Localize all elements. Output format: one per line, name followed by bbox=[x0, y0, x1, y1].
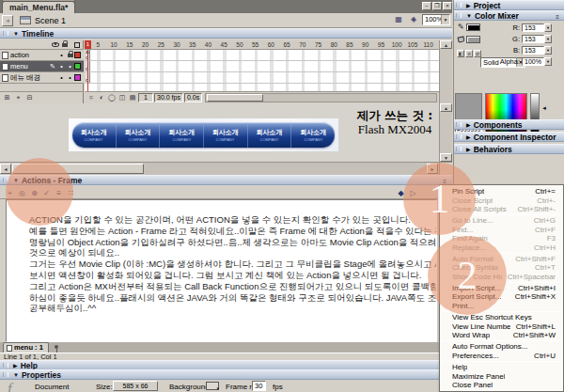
color-mixer-panel-header[interactable]: ▼ Color Mixer ≡ bbox=[454, 10, 564, 21]
timeline-panel-header[interactable]: ▼ Timeline bbox=[0, 28, 452, 39]
menu-item[interactable]: Help bbox=[440, 363, 563, 371]
stroke-color-control[interactable]: ✎ bbox=[458, 23, 480, 31]
debug-options-button[interactable]: ▷ bbox=[408, 188, 418, 198]
spinner-icon[interactable]: ▼ bbox=[544, 35, 552, 43]
check-syntax-button[interactable]: ✓ bbox=[41, 188, 52, 198]
layer-lock-cell[interactable] bbox=[66, 51, 74, 60]
menu-item[interactable]: View Line NumbersCtrl+Shift+L bbox=[440, 321, 563, 330]
onion-skin-button[interactable]: ◐ bbox=[97, 93, 106, 102]
nav-button[interactable]: 회사소개COMPANY bbox=[204, 122, 248, 148]
document-tab[interactable]: main_Menu.fla* bbox=[2, 1, 75, 13]
slider-marker-icon[interactable]: ◄ bbox=[541, 105, 547, 111]
scrollbar-thumb[interactable] bbox=[12, 164, 144, 174]
zoom-combobox[interactable]: 100% ▼ bbox=[422, 14, 450, 25]
nav-button[interactable]: 회사소개COMPANY bbox=[160, 122, 204, 148]
scroll-right-icon[interactable]: ► bbox=[427, 164, 438, 174]
timeline-layer-row[interactable]: menu✎•• bbox=[0, 61, 84, 72]
insert-layer-folder-button[interactable]: ⊟ bbox=[24, 93, 35, 102]
alpha-input[interactable]: 100% bbox=[522, 57, 544, 66]
layer-lock-cell[interactable]: • bbox=[66, 73, 74, 83]
show-hide-layers-icon[interactable] bbox=[52, 42, 59, 47]
framerate-input[interactable]: 30 bbox=[252, 381, 266, 391]
stage-canvas[interactable]: 회사소개COMPANY회사소개COMPANY회사소개COMPANY회사소개COM… bbox=[0, 103, 439, 162]
swap-colors-icon[interactable]: ⇄ bbox=[474, 50, 481, 57]
red-input[interactable]: 153 bbox=[522, 24, 544, 32]
menu-item[interactable]: Auto Format Options... bbox=[440, 342, 563, 351]
timeline-vertical-scrollbar[interactable]: ▲ bbox=[439, 40, 452, 103]
layer-visibility-dot[interactable]: • bbox=[57, 62, 66, 71]
stroke-color-swatch[interactable] bbox=[466, 24, 480, 31]
timeline-layer-row[interactable]: 메뉴 배경•• bbox=[0, 72, 84, 84]
green-input[interactable]: 153 bbox=[522, 35, 544, 43]
timeline-frames-row[interactable] bbox=[85, 72, 439, 84]
layer-outline-color[interactable] bbox=[74, 52, 81, 58]
add-motion-guide-button[interactable]: ⌖ bbox=[13, 93, 24, 102]
actions-panel-header[interactable]: ▼ Actions - Frame ≡ bbox=[0, 175, 452, 185]
navbar-object[interactable]: 회사소개COMPANY회사소개COMPANY회사소개COMPANY회사소개COM… bbox=[72, 122, 335, 148]
close-button[interactable]: × bbox=[443, 2, 452, 10]
add-script-item-button[interactable]: + bbox=[5, 188, 15, 198]
pin-script-icon[interactable] bbox=[51, 343, 62, 353]
blue-input[interactable]: 153 bbox=[522, 46, 544, 55]
panel-options-menu-icon[interactable]: ≡ bbox=[553, 13, 562, 21]
fill-color-control[interactable] bbox=[458, 36, 480, 43]
lock-layers-icon[interactable] bbox=[62, 43, 68, 47]
background-color-swatch[interactable] bbox=[206, 382, 219, 390]
layer-lock-cell[interactable]: • bbox=[66, 62, 74, 71]
stage-horizontal-scrollbar[interactable]: ◄ ► bbox=[0, 162, 439, 175]
document-size-button[interactable]: 585 x 66 pixels bbox=[113, 381, 158, 391]
nav-button[interactable]: 회사소개COMPANY bbox=[72, 122, 117, 148]
layer-visibility-dot[interactable]: • bbox=[57, 73, 66, 83]
back-button[interactable]: ◂ bbox=[2, 15, 13, 26]
layer-outline-color[interactable] bbox=[74, 63, 81, 70]
timeline-ruler[interactable]: 1 51015202530354045505560657075808590951… bbox=[85, 40, 439, 50]
scroll-up-icon[interactable]: ▲ bbox=[440, 103, 452, 112]
script-editor[interactable]: ACTION을 기입할 수 있는 공간이며, 어떤 ACTION을 넣을 수 있… bbox=[6, 199, 437, 342]
timeline-layer-row[interactable]: action• bbox=[0, 50, 84, 61]
frames-grid[interactable]: a bbox=[85, 50, 439, 91]
edit-scene-button[interactable]: ▦ bbox=[392, 14, 405, 25]
menu-item[interactable]: Pin ScriptCtrl+= bbox=[440, 187, 563, 196]
scroll-down-icon[interactable]: ▼ bbox=[440, 153, 452, 162]
behaviors-panel-header[interactable]: ▶ Behaviors bbox=[454, 144, 564, 154]
auto-format-button[interactable]: ≡ bbox=[54, 188, 64, 198]
menu-item[interactable]: Word WrapCtrl+Shift+W bbox=[440, 331, 563, 339]
properties-panel-header[interactable]: ▼ Properties bbox=[0, 369, 452, 380]
menu-item[interactable]: Close Panel bbox=[440, 381, 563, 389]
project-panel-header[interactable]: ▶ Project bbox=[454, 0, 564, 10]
menu-item[interactable]: Maximize Panel bbox=[440, 371, 563, 380]
edit-symbols-button[interactable]: ◈ bbox=[407, 14, 420, 25]
layer-outline-color[interactable] bbox=[74, 74, 81, 81]
script-tab[interactable]: menu : 1 bbox=[3, 342, 49, 353]
onion-skin-outlines-button[interactable]: ◯ bbox=[107, 93, 117, 102]
spinner-icon[interactable]: ▼ bbox=[544, 46, 552, 55]
components-panel-header[interactable]: ▶ Components bbox=[454, 119, 564, 130]
menu-item[interactable]: Print... bbox=[440, 302, 563, 310]
reference-button[interactable]: ◆ bbox=[396, 188, 406, 198]
timeline-frames-row[interactable] bbox=[85, 61, 439, 72]
component-inspector-panel-header[interactable]: ▶ Component Inspector bbox=[454, 132, 564, 142]
default-colors-icon[interactable]: ◧ bbox=[457, 50, 464, 57]
nav-button[interactable]: 회사소개COMPANY bbox=[291, 122, 335, 148]
find-button[interactable]: ◎ bbox=[17, 188, 27, 198]
chevron-down-icon[interactable]: ▼ bbox=[441, 15, 449, 24]
nav-button[interactable]: 회사소개COMPANY bbox=[248, 122, 292, 148]
menu-item[interactable]: Preferences...Ctrl+U bbox=[440, 352, 563, 360]
nav-button[interactable]: 회사소개COMPANY bbox=[117, 122, 161, 148]
fill-color-swatch[interactable] bbox=[466, 36, 480, 43]
modify-onion-markers-button[interactable]: ▤ bbox=[128, 93, 137, 102]
layer-visibility-dot[interactable]: • bbox=[57, 51, 66, 60]
frame-rate-indicator[interactable]: 30.0 fps bbox=[154, 93, 183, 102]
insert-layer-button[interactable]: ⊞ bbox=[2, 93, 12, 102]
spinner-icon[interactable]: ▼ bbox=[544, 57, 552, 66]
menu-item[interactable]: Import Script...Ctrl+Shift+I bbox=[440, 284, 563, 292]
menu-item[interactable]: View Esc Shortcut Keys bbox=[440, 313, 563, 321]
insert-target-path-button[interactable]: ⊕ bbox=[29, 188, 39, 198]
show-code-hint-button[interactable]: ∷ bbox=[66, 188, 76, 198]
minimize-button[interactable]: – bbox=[422, 2, 431, 10]
no-color-icon[interactable]: ⊘ bbox=[465, 50, 473, 57]
scroll-up-icon[interactable]: ▲ bbox=[440, 40, 452, 49]
edit-multiple-frames-button[interactable]: ◫ bbox=[118, 93, 127, 102]
scroll-left-icon[interactable]: ◄ bbox=[0, 164, 11, 174]
stage-vertical-scrollbar[interactable]: ▲ ▼ bbox=[439, 103, 452, 162]
